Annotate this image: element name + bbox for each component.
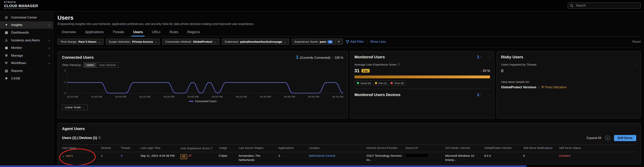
column-header-last-login-time[interactable]: Last Login Time [140, 147, 180, 149]
threats-link[interactable]: 0 [121, 154, 122, 158]
cell-self-serve-notifications: 0 [523, 154, 558, 158]
info-icon[interactable]: ⓘ [98, 136, 101, 140]
column-header-location[interactable]: Location [309, 147, 366, 149]
connected-users-card: Connected Users 1 (Currently Connected) … [58, 51, 348, 119]
y-tick-label: 1 [62, 80, 66, 83]
self-serve-button[interactable]: Self Serve [614, 135, 636, 141]
filter-pills: Time Range:Past 3 Hours⌄Scope Selection:… [58, 38, 343, 45]
manage-icon: ⚙ [4, 54, 8, 57]
filter-pill-experience-score[interactable]: Experience Score:poor+2✕ [292, 38, 343, 45]
legend-swatch [391, 82, 393, 84]
cell-os: Microsoft Windows 10 Enterp... [445, 154, 484, 162]
column-header-self-serve-notifications[interactable]: Self Serve Notifications [523, 147, 558, 149]
column-header-applications[interactable]: Applications [278, 147, 308, 149]
tab-regions[interactable]: Regions [183, 29, 204, 36]
filter-pill-subtenant[interactable]: Subtenant:paloaltonetworksclockvoyage⌄ [222, 38, 289, 45]
column-header-user-experience-score[interactable]: User Experience Scoreⓘ [180, 147, 218, 150]
tab-overview[interactable]: Overview [58, 29, 80, 36]
page-subtitle: Empowering insights into user behavior, … [58, 22, 641, 26]
filter-value: poor [320, 40, 326, 43]
column-header-internet-service-provider[interactable]: Internet Service Provider [366, 147, 404, 149]
x-tick-label: 02:45 PM [91, 95, 102, 98]
global-search[interactable] [568, 2, 641, 8]
tab-rules[interactable]: Rules [166, 29, 182, 36]
tab-users[interactable]: Users [129, 29, 147, 36]
add-filter-button[interactable]: Add Filter [346, 40, 364, 43]
column-header-globalprotect-version[interactable]: GlobalProtect Version [484, 147, 522, 149]
column-header-os-family-version[interactable]: OS Family / Version [445, 147, 484, 149]
sidebar-item-casb[interactable]: ❖CASB [0, 75, 53, 82]
brand-logo[interactable]: STRATA CLOUD MANAGER BY PALO ALTO NETWOR… [4, 2, 38, 9]
tab-urls[interactable]: URLs [148, 29, 164, 36]
sidebar-item-incidents-and-alerts[interactable]: ⚠Incidents and Alerts› [0, 36, 53, 44]
column-header-user-name[interactable]: User Name [62, 147, 100, 149]
x-tick-label: 04:45 PM [284, 95, 295, 98]
reset-button[interactable]: Reset [632, 40, 641, 43]
ip-pool-utilization-link[interactable]: IP Pool Utilization [541, 85, 566, 89]
scale-select[interactable]: Linear Scale ⌄ [62, 105, 88, 110]
column-header-threats[interactable]: Threats [121, 147, 140, 149]
dashboards-icon: ▦ [4, 31, 8, 34]
sidebar-item-reports[interactable]: ▤Reports [0, 67, 53, 75]
location-link[interactable]: Netherlands Central [309, 154, 335, 158]
sidebar-item-label: Incidents and Alerts [11, 38, 40, 42]
more-details-label: View More Details for: [501, 80, 636, 84]
column-header-self-serve-status[interactable]: Self Serve Status [559, 147, 636, 149]
toggle-user-devices[interactable]: User Devices [96, 63, 118, 67]
bottom-bar [0, 165, 526, 167]
x-axis: 02:30 PM02:45 PM03:00 PM03:15 PM03:30 PM… [67, 95, 344, 98]
cell-applications: 2 [278, 154, 308, 158]
trend-up-icon: ↑ [480, 93, 482, 96]
chevron-right-icon: › [48, 46, 50, 50]
sidebar-item-command-center[interactable]: ◎Command Center [0, 13, 53, 21]
users-devices-count: Users (1) | Devices (1) [62, 136, 97, 140]
toggle-users[interactable]: Users [84, 63, 96, 67]
expand-all-button[interactable]: Expand All [586, 136, 601, 140]
column-header-source-ip[interactable]: Source IP [406, 147, 444, 149]
filter-pill-connection-method[interactable]: Connection Method:GlobalProtect⌄ [162, 38, 219, 45]
trend-dash: - [489, 55, 490, 58]
info-icon[interactable]: ⓘ [210, 147, 213, 150]
score-legend: Good (0)|Fair (1)|Poor (0) [354, 80, 406, 86]
user-link[interactable]: user1 [66, 154, 73, 158]
table-row: ⌄user110Sep 11, 2024, 6:45:36 PM310 Byte… [62, 152, 636, 164]
table-header-row: User NameDevicesThreatsLast Login TimeUs… [62, 144, 636, 152]
chevron-right-icon: › [48, 53, 50, 58]
cell-last-source-region: Amsterdam, The Netherlands [238, 154, 278, 162]
show-less-button[interactable]: Show Less [370, 40, 386, 43]
column-header-last-source-region[interactable]: Last Source Region [238, 147, 278, 149]
column-header-usage[interactable]: Usage [219, 147, 238, 149]
reports-icon: ▤ [4, 69, 8, 72]
chart-plot-area [67, 69, 344, 94]
expand-chevron-icon[interactable]: ⌄ [62, 154, 64, 157]
divider [367, 40, 367, 44]
tab-threats[interactable]: Threats [108, 29, 128, 36]
x-tick-label: 03:45 PM [188, 95, 198, 98]
table-row: ☆NNN-WIN10-1--Sep 11, 2024, 6:45:36 PM31… [62, 164, 636, 165]
sidebar-item-workflows[interactable]: ⟳Workflows› [0, 59, 53, 67]
x-tick-label: 05:00 PM [308, 95, 319, 98]
search-input[interactable] [575, 3, 638, 8]
column-header-devices[interactable]: Devices [101, 147, 120, 149]
remove-filter-icon[interactable]: ✕ [335, 40, 340, 43]
filter-pill-time-range[interactable]: Time Range:Past 3 Hours⌄ [58, 38, 103, 45]
sidebar-item-dashboards[interactable]: ▦Dashboards [0, 29, 53, 36]
filter-value: paloaltonetworksclockvoyage [240, 40, 282, 43]
legend-swatch [375, 82, 377, 84]
info-icon[interactable]: ⓘ [398, 63, 400, 66]
trend-line [67, 83, 344, 93]
fair-badge: Fair [362, 69, 370, 72]
download-icon: ↓ [607, 137, 608, 140]
download-button[interactable]: ↓ [605, 135, 610, 141]
casb-icon: ❖ [4, 76, 8, 80]
sidebar-item-manage[interactable]: ⚙Manage› [0, 52, 53, 59]
filter-pill-scope-selection[interactable]: Scope Selection:Prisma Access⌄ [106, 38, 160, 45]
chevron-right-icon: › [48, 61, 50, 65]
globalprotect-versions-link[interactable]: GlobalProtect Versions [501, 85, 536, 89]
tab-applications[interactable]: Applications [81, 29, 108, 36]
connected-count: 1 [296, 54, 298, 59]
sidebar-item-insights[interactable]: ✦Insights› [0, 21, 53, 29]
sidebar-item-monitor[interactable]: ▣Monitor› [0, 44, 53, 52]
view-trend-label: View Trend by: [62, 63, 82, 67]
filter-label: Subtenant: [225, 40, 239, 43]
